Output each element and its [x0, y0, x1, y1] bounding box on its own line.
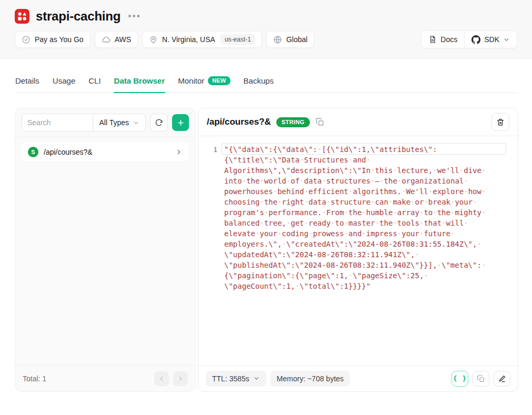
database-console-page: strapi-caching ••• Pay as You Go AWS N: [0, 0, 532, 415]
total-count-label: Total: 1: [23, 374, 46, 383]
next-page-button[interactable]: [173, 371, 188, 386]
document-icon: [428, 35, 437, 44]
tab-monitor[interactable]: Monitor NEW: [177, 73, 230, 93]
plan-badge: Pay as You Go: [15, 31, 91, 48]
region-code-tag: us-east-1: [220, 34, 255, 45]
trash-icon: [496, 118, 505, 126]
copy-key-icon[interactable]: [315, 117, 325, 127]
copy-value-button[interactable]: [473, 371, 489, 387]
database-logo-icon: [15, 9, 29, 24]
delete-key-button[interactable]: [491, 113, 509, 131]
tab-cli[interactable]: CLI: [88, 73, 101, 93]
page-title: strapi-caching: [36, 9, 121, 24]
chevron-right-icon: [175, 148, 183, 156]
docs-button[interactable]: Docs: [421, 31, 464, 48]
value-editor: 1 "{\"data\":{\"data\":·[{\"id\":1,\"att…: [198, 136, 518, 365]
format-json-button[interactable]: { }: [451, 371, 468, 387]
chevron-right-icon: [177, 375, 184, 382]
key-name-label: /api/courses?&: [44, 148, 93, 156]
chevron-down-icon: [253, 375, 260, 382]
copy-icon: [477, 374, 485, 383]
refresh-icon: [155, 118, 163, 127]
prev-page-button[interactable]: [154, 371, 169, 386]
key-detail-panel: /api/courses?& STRING 1 "{\"data\":{\"da…: [198, 108, 518, 392]
detail-footer: TTL: 3585s Memory: ~708 bytes { }: [198, 365, 518, 391]
tab-bar: Details Usage CLI Data Browser Monitor N…: [15, 73, 517, 93]
provider-label: AWS: [115, 35, 131, 44]
memory-usage-label: Memory: ~708 bytes: [270, 371, 350, 387]
chevron-down-icon: [133, 119, 139, 126]
key-title: /api/courses?&: [207, 117, 271, 127]
key-list-item[interactable]: S /api/courses?&: [22, 143, 189, 161]
scope-badge: Global: [266, 31, 314, 48]
map-pin-icon: [149, 35, 158, 44]
provider-badge: AWS: [95, 31, 138, 48]
line-number: 1: [206, 144, 217, 365]
tab-details[interactable]: Details: [15, 73, 40, 93]
plus-icon: [177, 119, 185, 127]
edit-value-button[interactable]: [494, 371, 510, 387]
badge-check-icon: [22, 35, 31, 44]
search-input[interactable]: [22, 114, 93, 131]
region-badge: N. Virginia, USA us-east-1: [142, 31, 262, 48]
scope-label: Global: [286, 35, 307, 44]
cloud-icon: [102, 35, 111, 44]
braces-icon: { }: [453, 374, 467, 382]
plan-label: Pay as You Go: [35, 35, 84, 44]
database-header: strapi-caching ••• Pay as You Go AWS N: [0, 0, 532, 59]
type-filter-value: All Types: [99, 118, 129, 127]
region-label: N. Virginia, USA: [162, 35, 215, 44]
new-badge: NEW: [208, 76, 230, 85]
pencil-icon: [498, 374, 506, 383]
sidebar-footer: Total: 1: [15, 365, 195, 391]
key-list: S /api/courses?&: [15, 137, 195, 365]
string-type-avatar: S: [28, 147, 38, 157]
keys-sidebar: All Types: [15, 108, 196, 392]
docs-label: Docs: [440, 35, 457, 44]
refresh-button[interactable]: [150, 114, 168, 131]
type-filter-select[interactable]: All Types: [93, 114, 145, 131]
editor-code-text: "{\"data\":{\"data\":·[{\"id\":1,\"attri…: [224, 144, 502, 291]
globe-icon: [273, 35, 282, 44]
ttl-label: TTL: 3585s: [212, 374, 249, 383]
chevron-left-icon: [158, 375, 165, 382]
type-badge: STRING: [276, 117, 310, 127]
add-key-button[interactable]: [172, 114, 189, 131]
title-more-menu-icon[interactable]: •••: [128, 12, 141, 21]
sdk-button[interactable]: SDK: [464, 31, 517, 48]
ttl-dropdown[interactable]: TTL: 3585s: [206, 371, 266, 387]
tab-backups[interactable]: Backups: [243, 73, 275, 93]
tab-data-browser[interactable]: Data Browser: [114, 73, 166, 93]
tab-usage[interactable]: Usage: [52, 73, 76, 93]
github-icon: [471, 35, 480, 44]
sdk-label: SDK: [484, 35, 499, 44]
key-search-group: All Types: [22, 114, 146, 131]
editor-code[interactable]: "{\"data\":{\"data\":·[{\"id\":1,\"attri…: [224, 144, 510, 365]
chevron-down-icon: [503, 36, 510, 43]
